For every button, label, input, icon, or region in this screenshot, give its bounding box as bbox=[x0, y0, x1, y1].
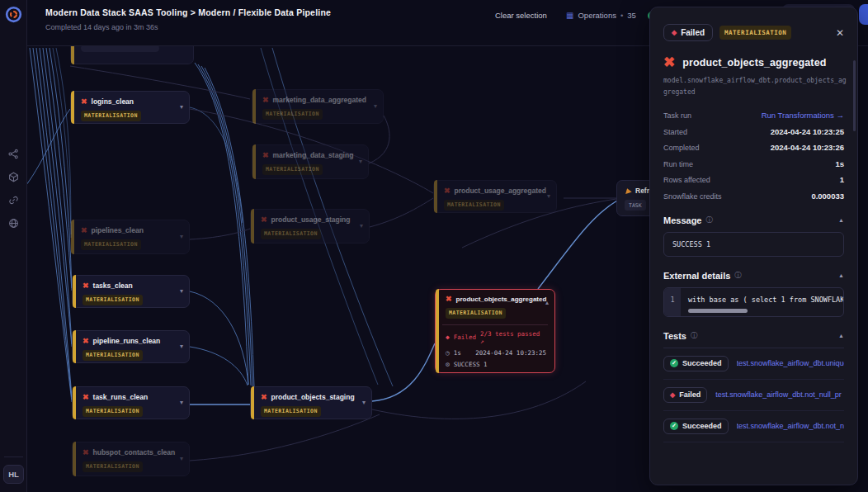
node-product-usage-aggregated[interactable]: ✖ product_usage_aggregated ▾ MATERIALISA… bbox=[433, 180, 557, 213]
operations-label: Operations bbox=[578, 11, 616, 20]
node-label: product_usage_staging bbox=[271, 215, 351, 224]
node-type-badge: MATERIALISATION bbox=[83, 295, 143, 305]
chevron-down-icon[interactable]: ▾ bbox=[180, 343, 183, 350]
node-marketing-data-staging[interactable]: ✖ marketing_data_staging ▾ MATERIALISATI… bbox=[252, 144, 369, 179]
test-link[interactable]: test.snowflake_airflow_dbt.not_null_pr bbox=[737, 422, 844, 430]
failed-diamond-icon: ◆ bbox=[672, 29, 677, 36]
operations-count: 35 bbox=[627, 11, 636, 20]
node-type-badge: MATERIALISATION bbox=[262, 109, 323, 120]
node-type-badge: MATERIALISATION bbox=[261, 229, 321, 239]
materialisation-badge: MATERIALISATION bbox=[719, 26, 791, 40]
task-run-link[interactable]: Run Transformations → bbox=[762, 111, 844, 120]
chevron-down-icon[interactable]: ▾ bbox=[362, 399, 366, 406]
edge-path bbox=[201, 66, 252, 386]
chevron-down-icon[interactable]: ▾ bbox=[180, 399, 183, 406]
node-type-badge: MATERIALISATION bbox=[83, 461, 143, 472]
node-label: product_objects_staging bbox=[271, 393, 355, 401]
dbt-icon: ✖ bbox=[83, 449, 89, 457]
node-label: marketing_data_aggregated bbox=[273, 96, 366, 104]
detail-label: Rows affected bbox=[663, 176, 710, 184]
collapse-icon[interactable]: ▲ bbox=[838, 217, 844, 223]
avatar[interactable]: HL bbox=[3, 465, 24, 484]
line-number: 1 bbox=[664, 288, 681, 316]
dbt-icon: ✖ bbox=[444, 187, 451, 195]
edge-path bbox=[190, 347, 248, 386]
details-panel: ◆ Failed MATERIALISATION ✕ ✖ product_obj… bbox=[649, 7, 858, 485]
data-nav-icon[interactable] bbox=[7, 216, 21, 230]
task-icon bbox=[624, 187, 631, 194]
chevron-down-icon[interactable]: ▾ bbox=[547, 192, 550, 200]
pipelines-nav-icon[interactable] bbox=[7, 147, 21, 161]
chevron-down-icon[interactable]: ▾ bbox=[180, 455, 183, 462]
node-status: Failed bbox=[454, 334, 476, 341]
chevron-up-icon[interactable]: ▴ bbox=[545, 299, 549, 306]
node-pipelines-clean[interactable]: ✖ pipelines_clean ▾ MATERIALISATION bbox=[70, 220, 190, 254]
node-run-time: 1s bbox=[454, 349, 461, 357]
edge-path bbox=[30, 48, 72, 402]
task-type-badge: TASK bbox=[625, 200, 646, 211]
node-marketing-data-aggregated[interactable]: ✖ marketing_data_aggregated ▾ MATERIALIS… bbox=[252, 89, 384, 124]
dbt-icon: ✖ bbox=[83, 338, 89, 345]
node-task-runs-clean[interactable]: ✖ task_runs_clean ▾ MATERIALISATION bbox=[72, 386, 190, 419]
node-label: pipeline_runs_clean bbox=[93, 337, 161, 345]
chevron-down-icon[interactable]: ▾ bbox=[359, 158, 362, 165]
horizontal-scrollbar[interactable] bbox=[688, 309, 748, 313]
info-icon: ⓘ bbox=[734, 271, 742, 281]
close-icon[interactable]: ✕ bbox=[836, 27, 844, 39]
edge-path bbox=[205, 68, 254, 387]
node-pipeline-runs-clean[interactable]: ✖ pipeline_runs_clean ▾ MATERIALISATION bbox=[72, 330, 190, 363]
external-details-section-title: External details bbox=[663, 271, 730, 281]
edge-path bbox=[50, 48, 72, 288]
node-message: SUCCESS 1 bbox=[454, 361, 488, 368]
connections-nav-icon[interactable] bbox=[7, 193, 21, 207]
dbt-icon: ✖ bbox=[83, 282, 89, 290]
test-link[interactable]: test.snowflake_airflow_dbt.not_null_pr bbox=[715, 390, 844, 399]
node-type-badge: MATERIALISATION bbox=[81, 111, 141, 121]
dbt-icon: ✖ bbox=[81, 227, 87, 234]
run-summary: Completed 14 days ago in 3m 36s bbox=[45, 23, 158, 31]
detail-label: Task run bbox=[663, 111, 691, 120]
detail-value: 2024-04-24 10:23:25 bbox=[771, 127, 844, 136]
primary-button[interactable] bbox=[859, 4, 868, 25]
app-logo[interactable] bbox=[5, 6, 22, 23]
node-type-badge: MATERIALISATION bbox=[261, 406, 321, 417]
clock-icon: ◷ bbox=[446, 349, 450, 357]
chevron-down-icon[interactable]: ▾ bbox=[180, 287, 183, 295]
chevron-down-icon[interactable]: ▾ bbox=[180, 233, 183, 240]
failed-diamond-icon: ◆ bbox=[670, 391, 675, 399]
edge-path bbox=[370, 198, 433, 227]
detail-label: Started bbox=[663, 128, 687, 136]
panel-scrollbar[interactable] bbox=[853, 60, 856, 131]
node-type-badge: MATERIALISATION bbox=[83, 406, 143, 417]
collapse-icon[interactable]: ▲ bbox=[838, 272, 844, 278]
divider bbox=[4, 457, 23, 457]
node-hubspot-contacts-clean[interactable]: ✖ hubspot_contacts_clean ▾ MATERIALISATI… bbox=[72, 442, 190, 476]
node-product-usage-staging[interactable]: ✖ product_usage_staging ▾ MATERIALISATIO… bbox=[250, 209, 370, 244]
gear-icon: ⚙ bbox=[446, 361, 450, 368]
clear-selection-button[interactable]: Clear selection bbox=[495, 11, 547, 20]
chevron-down-icon[interactable]: ▾ bbox=[360, 222, 363, 229]
node-label: product_objects_aggregated bbox=[456, 296, 547, 303]
integrations-nav-icon[interactable] bbox=[7, 170, 21, 184]
divider bbox=[442, 324, 548, 325]
node-tasks-clean[interactable]: ✖ tasks_clean ▾ MATERIALISATION bbox=[72, 275, 190, 308]
message-section-title: Message bbox=[663, 215, 701, 225]
check-circle-icon: ✓ bbox=[670, 359, 678, 367]
test-status-badge: ✓ Succeeded bbox=[663, 419, 729, 434]
operations-counter[interactable]: ▦ Operations • 35 bbox=[566, 11, 636, 20]
edge-path bbox=[372, 381, 586, 419]
test-link[interactable]: test.snowflake_airflow_dbt.unique_pro bbox=[737, 359, 844, 367]
node-product-objects-staging[interactable]: ✖ product_objects_staging ▾ MATERIALISAT… bbox=[250, 386, 372, 419]
detail-value: 1 bbox=[840, 175, 844, 184]
detail-label: Completed bbox=[663, 144, 700, 152]
tests-summary-link[interactable]: 2/3 tests passed ↗ bbox=[480, 330, 546, 345]
node-logins-clean[interactable]: ✖ logins_clean ▾ MATERIALISATION bbox=[70, 91, 190, 124]
node-label: marketing_data_staging bbox=[273, 151, 354, 159]
node-product-objects-aggregated-selected[interactable]: ✖ product_objects_aggregated ▴ MATERIALI… bbox=[435, 289, 555, 373]
collapse-icon[interactable]: ▲ bbox=[838, 333, 844, 338]
chevron-down-icon[interactable]: ▾ bbox=[180, 103, 183, 111]
test-status-badge: ◆ Failed bbox=[663, 387, 707, 403]
panel-title: product_objects_aggregated bbox=[682, 57, 826, 69]
test-row: ◆ Failed test.snowflake_airflow_dbt.not_… bbox=[663, 380, 844, 411]
chevron-down-icon[interactable]: ▾ bbox=[374, 102, 377, 110]
